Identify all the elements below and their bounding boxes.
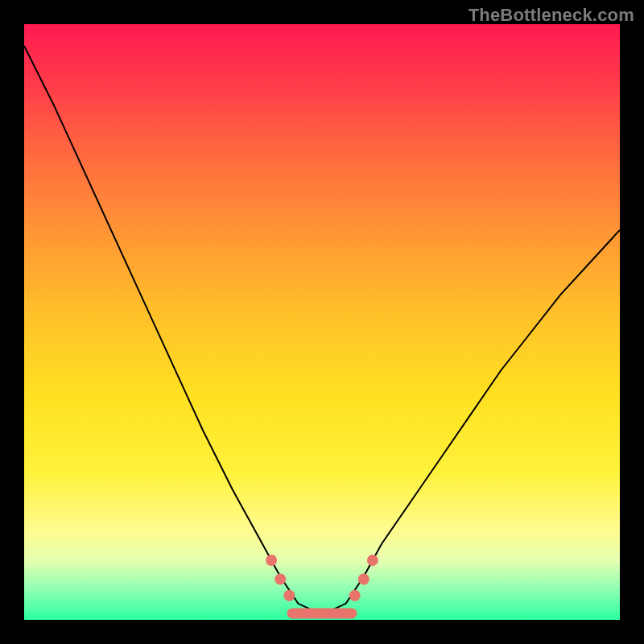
basin-dot [275,574,286,585]
basin-dot [283,590,295,601]
attribution-text: TheBottleneck.com [469,5,634,26]
basin-dot [266,555,277,566]
bottleneck-curve [24,46,620,614]
basin-dot [358,574,369,585]
plot-area [24,24,620,620]
basin-dot [349,590,361,601]
basin-dots [266,555,378,601]
chart-svg [24,24,620,620]
basin-dot [367,555,378,566]
chart-frame: TheBottleneck.com [0,0,644,644]
